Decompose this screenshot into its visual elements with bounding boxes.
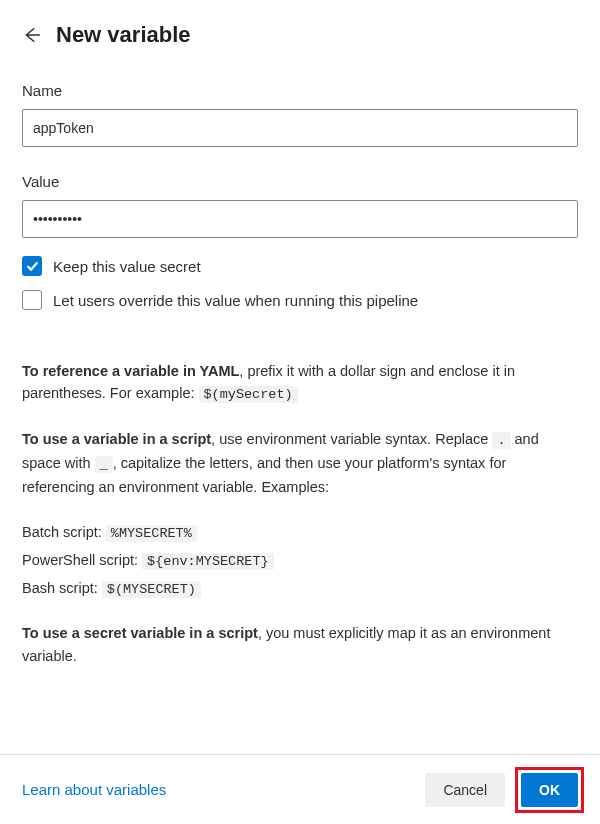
allow-override-checkbox[interactable] [22, 290, 42, 310]
panel-title: New variable [56, 22, 191, 48]
ok-highlight-box: OK [515, 767, 584, 813]
keep-secret-label: Keep this value secret [53, 258, 201, 275]
info-examples: Batch script: %MYSECRET% PowerShell scri… [22, 521, 578, 601]
keep-secret-checkbox[interactable] [22, 256, 42, 276]
ok-button[interactable]: OK [521, 773, 578, 807]
info-secret: To use a secret variable in a script, yo… [22, 622, 578, 667]
value-input[interactable] [22, 200, 578, 238]
learn-link[interactable]: Learn about variables [22, 781, 166, 798]
name-label: Name [22, 82, 578, 99]
allow-override-label: Let users override this value when runni… [53, 292, 418, 309]
name-input[interactable] [22, 109, 578, 147]
value-label: Value [22, 173, 578, 190]
info-yaml: To reference a variable in YAML, prefix … [22, 360, 578, 406]
info-script: To use a variable in a script, use envir… [22, 428, 578, 498]
cancel-button[interactable]: Cancel [425, 773, 505, 807]
back-arrow-icon[interactable] [22, 25, 42, 45]
